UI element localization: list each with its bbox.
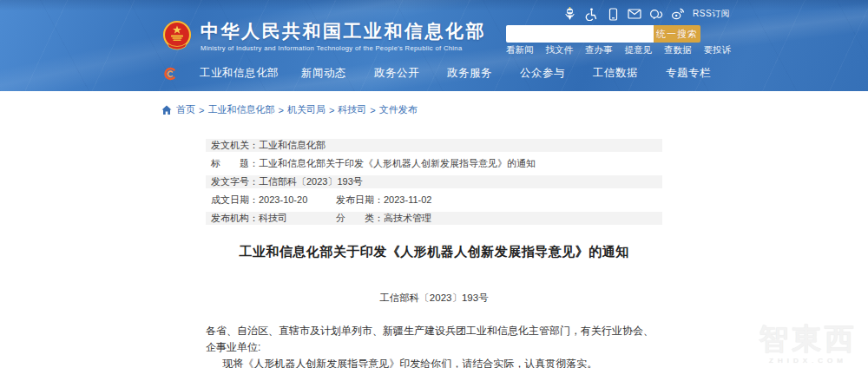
quick-link-files[interactable]: 找文件 [546,44,574,56]
meta-label: 发布日期： [336,194,384,205]
header-utility-icons: RSS订阅 [562,7,730,21]
nav-item-gov-disclosure[interactable]: 政务公开 [374,66,419,81]
national-emblem-logo [161,20,193,52]
document-body: 各省、自治区、直辖市及计划单列市、新疆生产建设兵团工业和信息化主管部门，有关行业… [206,323,662,368]
home-icon[interactable] [161,105,172,115]
meta-row-doc-number: 发文字号：工信部科〔2023〕193号 [206,175,662,188]
breadcrumb-science-dept[interactable]: 科技司 [338,103,366,116]
meta-row-dates: 成文日期：2023-10-20 发布日期：2023-11-02 [206,194,662,207]
meta-value: 科技司 [259,213,287,223]
weibo-icon[interactable] [671,7,685,21]
meta-label: 发布机构： [211,213,259,223]
site-brand: 中华人民共和国工业和信息化部 Ministry of Industry and … [161,20,486,52]
meta-row-issuing-authority: 发文机关：工业和信息化部 [206,139,662,152]
watermark-subtext: ZHIDX.COM [759,357,858,365]
meta-label: 成文日期： [211,194,259,205]
breadcrumb-separator: > [278,105,283,115]
document-number: 工信部科〔2023〕193号 [206,292,662,305]
meta-label: 分 类： [336,213,384,223]
nav-item-miit[interactable]: 工业和信息化部 [200,66,279,81]
meta-value: 工业和信息化部 [259,140,326,150]
wechat-icon[interactable] [649,7,663,21]
nav-item-public-participation[interactable]: 公众参与 [520,66,565,81]
quick-link-data[interactable]: 查数据 [664,44,692,56]
meta-value: 2023-10-20 [259,194,307,205]
document-title: 工业和信息化部关于印发《人形机器人创新发展指导意见》的通知 [206,243,662,260]
document-paragraph-salutation: 各省、自治区、直辖市及计划单列市、新疆生产建设兵团工业和信息化主管部门，有关行业… [206,323,662,356]
mascot-icon[interactable] [562,7,576,21]
rss-subscribe-link[interactable]: RSS订阅 [693,8,730,20]
quick-link-news[interactable]: 看新闻 [506,44,534,56]
breadcrumb-miit[interactable]: 工业和信息化部 [207,103,274,116]
meta-value: 2023-11-02 [384,194,431,205]
breadcrumb-separator: > [199,105,204,115]
breadcrumb: 首页 > 工业和信息化部 > 机关司局 > 科技司 > 文件发布 [161,103,418,116]
breadcrumb-departments[interactable]: 机关司局 [287,103,326,116]
document-paragraph-main: 现将《人形机器人创新发展指导意见》印发给你们，请结合实际，认真贯彻落实。 [206,356,662,368]
breadcrumb-document-release[interactable]: 文件发布 [379,103,418,116]
nav-item-news[interactable]: 新闻动态 [301,66,346,81]
breadcrumb-home[interactable]: 首页 [176,103,195,116]
site-title: 中华人民共和国工业和信息化部 [201,21,486,42]
mail-icon[interactable] [628,7,641,21]
search-button[interactable]: 统一搜索 [654,25,700,43]
accessibility-icon[interactable] [584,7,598,21]
nav-item-special-topics[interactable]: 专题专栏 [666,66,711,81]
zhidx-watermark: 智東西 ZHIDX.COM [759,323,858,365]
quick-link-complaints[interactable]: 要投诉 [704,44,732,56]
miit-c-logo-icon [163,67,176,81]
site-header-banner: RSS订阅 中华人民共和国工业和信息化部 Ministry of Industr… [0,0,868,91]
meta-label: 发文机关： [211,140,259,150]
search-input[interactable] [506,25,654,43]
meta-value: 工业和信息化部关于印发《人形机器人创新发展指导意见》的通知 [259,158,536,168]
meta-label: 标 题： [211,158,259,168]
breadcrumb-separator: > [370,105,375,115]
nav-item-miit-data[interactable]: 工信数据 [593,66,638,81]
main-navigation: 工业和信息化部 新闻动态 政务公开 政务服务 公众参与 工信数据 专题专栏 [163,66,711,81]
meta-col2: 分 类：高技术管理 [336,212,431,225]
quick-link-suggestions[interactable]: 提意见 [625,44,653,56]
meta-label: 发文字号： [211,176,259,187]
document-container: 发文机关：工业和信息化部 标 题：工业和信息化部关于印发《人形机器人创新发展指导… [206,139,662,368]
mobile-icon[interactable] [606,7,620,21]
meta-col2: 发布日期：2023-11-02 [336,194,431,207]
quick-link-services[interactable]: 查办事 [585,44,613,56]
meta-row-title: 标 题：工业和信息化部关于印发《人形机器人创新发展指导意见》的通知 [206,157,662,170]
meta-row-publisher-category: 发布机构：科技司 分 类：高技术管理 [206,212,662,225]
meta-value: 工信部科〔2023〕193号 [259,176,363,187]
meta-value: 高技术管理 [384,213,431,223]
site-title-block: 中华人民共和国工业和信息化部 Ministry of Industry and … [201,21,486,52]
nav-item-gov-services[interactable]: 政务服务 [447,66,492,81]
unified-search: 统一搜索 [506,25,700,43]
search-quick-links: 看新闻 找文件 查办事 提意见 查数据 要投诉 [506,44,731,56]
breadcrumb-separator: > [329,105,334,115]
watermark-text: 智東西 [759,323,858,354]
site-subtitle: Ministry of Industry and Information Tec… [201,44,486,52]
